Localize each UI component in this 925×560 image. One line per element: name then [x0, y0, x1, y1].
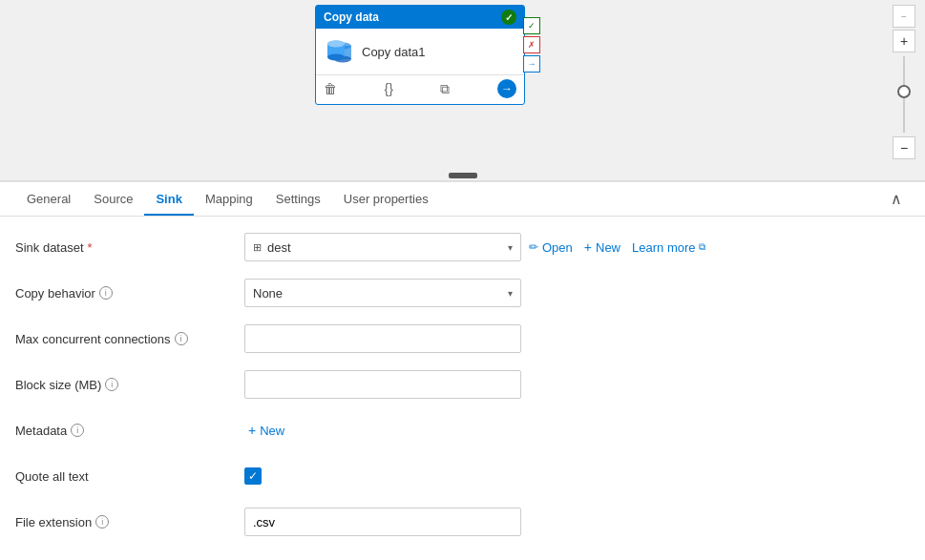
- tab-sink[interactable]: Sink: [144, 182, 193, 216]
- svg-point-5: [327, 54, 345, 61]
- node-side-buttons: ✓ ✗ →: [523, 17, 540, 73]
- zoom-minus-button[interactable]: −: [893, 136, 915, 159]
- form-content: Sink dataset * ⊞ dest ▾ ✏ Open: [0, 217, 925, 560]
- quote-all-text-controls: ✓: [244, 467, 910, 485]
- sink-dataset-row: Sink dataset * ⊞ dest ▾ ✏ Open: [15, 228, 910, 266]
- external-link-icon: ⧉: [699, 241, 705, 253]
- node-check-icon: ✓: [501, 10, 516, 25]
- tab-source[interactable]: Source: [82, 182, 144, 216]
- sink-dataset-dropdown[interactable]: ⊞ dest ▾: [244, 233, 521, 261]
- quote-all-text-label: Quote all text: [15, 469, 244, 484]
- file-extension-controls: [244, 508, 910, 536]
- block-size-controls: [244, 370, 910, 399]
- metadata-plus-icon: +: [248, 423, 256, 438]
- tab-general[interactable]: General: [15, 182, 82, 216]
- sink-dataset-controls: ⊞ dest ▾ ✏ Open + New Learn more: [244, 233, 910, 261]
- file-extension-label: File extension i: [15, 515, 244, 529]
- node-name: Copy data1: [362, 45, 426, 59]
- connector-dash: [449, 173, 477, 178]
- sink-dataset-value: dest: [267, 240, 291, 255]
- new-dataset-button[interactable]: + New: [580, 238, 624, 257]
- block-size-label: Block size (MB) i: [15, 378, 244, 392]
- metadata-info-icon[interactable]: i: [71, 424, 84, 437]
- node-title: Copy data: [324, 10, 379, 24]
- zoom-out-button[interactable]: −: [893, 5, 915, 28]
- block-size-input[interactable]: [244, 370, 521, 399]
- quote-all-text-checkbox[interactable]: ✓: [244, 467, 262, 485]
- file-extension-row: File extension i: [15, 503, 910, 541]
- copy-icon[interactable]: ⧉: [440, 81, 450, 97]
- max-concurrent-input[interactable]: [244, 324, 521, 353]
- edit-icon: ✏: [529, 240, 538, 254]
- copy-behavior-chevron: ▾: [508, 288, 513, 299]
- side-btn-arrow[interactable]: →: [523, 55, 540, 73]
- zoom-slider-track: [903, 56, 905, 133]
- learn-more-link[interactable]: Learn more ⧉: [632, 240, 704, 255]
- sink-dataset-chevron: ▾: [508, 242, 513, 253]
- required-star: *: [88, 240, 93, 255]
- tab-mapping[interactable]: Mapping: [194, 182, 264, 216]
- copy-behavior-row: Copy behavior i None ▾: [15, 274, 910, 312]
- plus-icon: +: [584, 239, 592, 255]
- zoom-slider-thumb[interactable]: [897, 85, 911, 98]
- block-size-row: Block size (MB) i: [15, 365, 910, 404]
- connector-area: [0, 173, 925, 180]
- file-extension-input[interactable]: [244, 508, 521, 536]
- sink-dataset-label: Sink dataset *: [15, 240, 244, 255]
- metadata-controls: + New: [244, 421, 910, 440]
- collapse-panel-button[interactable]: ∧: [883, 182, 910, 216]
- side-btn-check[interactable]: ✓: [523, 17, 540, 34]
- copy-behavior-value: None: [253, 286, 283, 301]
- copy-behavior-controls: None ▾: [244, 279, 910, 307]
- db-icon: [324, 36, 354, 67]
- open-dataset-button[interactable]: ✏ Open: [529, 240, 573, 255]
- canvas-area: Copy data ✓: [0, 0, 925, 181]
- copy-behavior-dropdown[interactable]: None ▾: [244, 279, 521, 307]
- tab-settings[interactable]: Settings: [264, 182, 332, 216]
- quote-all-text-row: Quote all text ✓: [15, 457, 910, 495]
- copy-behavior-label: Copy behavior i: [15, 286, 244, 301]
- copy-data-node[interactable]: Copy data ✓: [315, 5, 525, 105]
- metadata-row: Metadata i + New: [15, 411, 910, 449]
- node-header: Copy data ✓: [316, 6, 524, 29]
- tabs-bar: General Source Sink Mapping Settings Use…: [0, 182, 925, 217]
- new-metadata-button[interactable]: + New: [244, 421, 288, 440]
- max-concurrent-info-icon[interactable]: i: [175, 332, 188, 345]
- zoom-controls: − + −: [893, 5, 915, 159]
- max-concurrent-row: Max concurrent connections i: [15, 320, 910, 358]
- main-container: Copy data ✓: [0, 0, 925, 560]
- svg-point-6: [327, 41, 345, 48]
- tab-user-properties[interactable]: User properties: [332, 182, 440, 216]
- quote-all-text-checkbox-container: ✓: [244, 467, 262, 485]
- node-actions: 🗑 {} ⧉ →: [316, 74, 524, 104]
- delete-icon[interactable]: 🗑: [324, 81, 337, 96]
- zoom-in-button[interactable]: +: [893, 30, 915, 52]
- file-extension-info-icon[interactable]: i: [95, 515, 109, 529]
- code-icon[interactable]: {}: [385, 81, 393, 96]
- side-btn-x[interactable]: ✗: [523, 36, 540, 53]
- metadata-label: Metadata i: [15, 424, 244, 438]
- block-size-info-icon[interactable]: i: [105, 378, 118, 391]
- copy-behavior-info-icon[interactable]: i: [99, 286, 113, 300]
- max-concurrent-label: Max concurrent connections i: [15, 332, 244, 346]
- node-body: Copy data1: [316, 29, 524, 74]
- bottom-panel: General Source Sink Mapping Settings Use…: [0, 181, 925, 560]
- max-concurrent-controls: [244, 324, 910, 353]
- arrow-icon[interactable]: →: [497, 79, 516, 98]
